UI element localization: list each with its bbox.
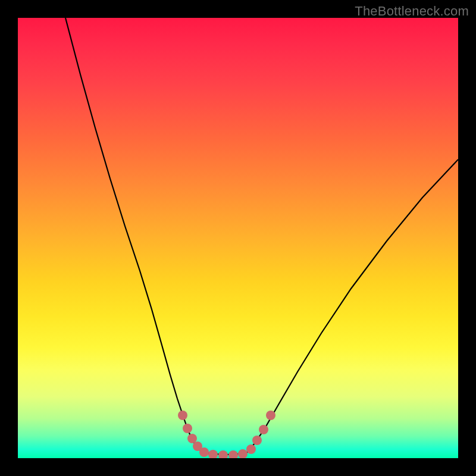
marker-dot [208, 450, 218, 458]
marker-dot [218, 450, 228, 458]
marker-dot [252, 436, 262, 445]
marker-dot [228, 450, 238, 458]
marker-dot [199, 447, 209, 457]
watermark-text: TheBottleneck.com [355, 4, 469, 19]
marker-dot [259, 425, 268, 434]
marker-dot [238, 449, 248, 458]
plot-area [18, 18, 458, 458]
marker-dot [266, 411, 275, 420]
marker-dot [183, 424, 192, 433]
curve-svg [18, 18, 458, 458]
bottleneck-curve [65, 18, 458, 455]
marker-dot [187, 434, 197, 443]
marker-dot [246, 444, 256, 454]
chart-frame: TheBottleneck.com [0, 0, 476, 476]
marker-dot [178, 411, 187, 420]
